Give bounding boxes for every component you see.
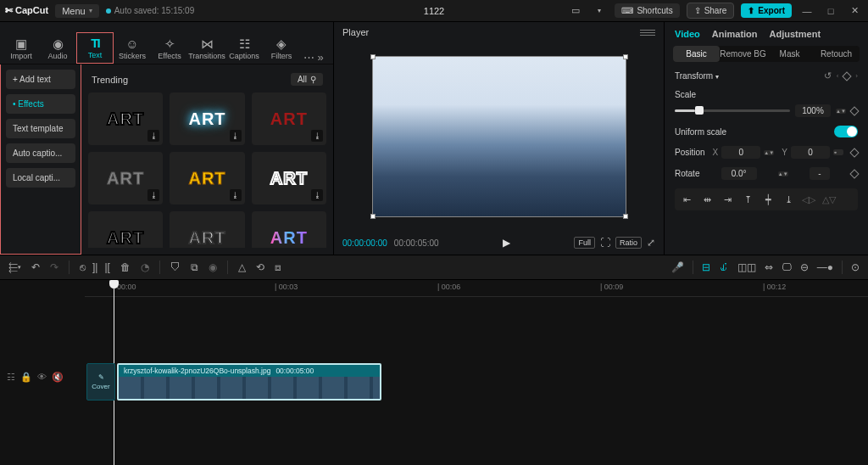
player-viewport[interactable]	[334, 42, 664, 231]
reset-transform-icon[interactable]: ↺	[824, 70, 832, 81]
subtab-retouch[interactable]: Retouch	[813, 46, 860, 62]
pos-y-input[interactable]: 0	[791, 146, 830, 159]
inspector-tab-animation[interactable]: Animation	[712, 29, 758, 39]
prev-keyframe-icon[interactable]: ‹	[837, 72, 839, 80]
effect-thumb[interactable]: ART	[252, 211, 326, 248]
magnet-on-icon[interactable]: ⊟	[702, 261, 710, 273]
subnav-local-captions[interactable]: Local capti...	[6, 168, 75, 188]
pos-x-input[interactable]: 0	[721, 146, 760, 159]
delete-icon[interactable]: 🗑	[120, 261, 131, 273]
zoom-out-icon[interactable]: ⊖	[800, 261, 809, 273]
subnav-auto-captions[interactable]: Auto captio...	[6, 143, 75, 163]
subtab-removebg[interactable]: Remove BG	[720, 46, 766, 62]
split-icon[interactable]: ⎋	[80, 261, 86, 273]
keyframe-icon[interactable]	[843, 71, 852, 81]
align-bottom-icon[interactable]: ⤓	[780, 192, 797, 207]
tab-text[interactable]: TI Text	[76, 32, 114, 64]
more-tabs-icon[interactable]: ⋯ »	[300, 51, 327, 64]
download-icon[interactable]: ⭳	[147, 130, 159, 142]
crop-icon[interactable]: ⧈	[275, 261, 281, 273]
align-left-icon[interactable]: ⇤	[678, 192, 695, 207]
effect-thumb[interactable]: ART⭳	[252, 92, 326, 145]
gallery-filter-all[interactable]: All ⚲	[291, 73, 323, 86]
tab-effects[interactable]: ✧ Effects	[151, 34, 188, 64]
subtab-basic[interactable]: Basic	[673, 46, 720, 62]
align-right-icon[interactable]: ⇥	[719, 192, 736, 207]
handle-bl[interactable]	[370, 214, 376, 219]
rotate-keyframe-icon[interactable]	[849, 169, 859, 178]
subnav-text-template[interactable]: Text template	[6, 119, 75, 138]
download-icon[interactable]: ⭳	[311, 189, 323, 201]
download-icon[interactable]: ⭳	[311, 130, 323, 142]
align-vcenter-icon[interactable]: ┿	[760, 192, 776, 207]
menu-button[interactable]: Menu ▾	[55, 4, 99, 18]
handle-tr[interactable]	[623, 54, 628, 59]
shield-icon[interactable]: ⛉	[170, 261, 181, 273]
align-clip-icon[interactable]: ⇔	[765, 261, 773, 273]
export-button[interactable]: ⬆ Export	[741, 3, 792, 18]
download-icon[interactable]: ⭳	[230, 130, 242, 142]
close-button[interactable]: ✕	[846, 3, 863, 20]
scale-keyframe-icon[interactable]	[849, 106, 859, 115]
mic-icon[interactable]: 🎤	[671, 261, 684, 273]
handle-tl[interactable]	[370, 54, 376, 59]
flip-v-icon[interactable]: △▽	[821, 192, 837, 207]
link-icon[interactable]: ◫◫	[737, 261, 756, 273]
effect-thumb[interactable]: ART	[88, 211, 163, 248]
flip-h-icon[interactable]: ◁▷	[800, 192, 817, 207]
split-left-icon[interactable]: ]|	[92, 261, 97, 273]
track-settings-icon[interactable]: ☷	[7, 372, 15, 383]
tab-import[interactable]: ▣ Import	[3, 34, 39, 64]
full-button[interactable]: Full	[574, 237, 595, 249]
ratio-button[interactable]: Ratio	[615, 237, 642, 249]
download-icon[interactable]: ⭳	[147, 189, 159, 201]
player-menu-icon[interactable]	[640, 30, 655, 36]
marker-icon[interactable]: ◔	[141, 261, 149, 273]
download-icon[interactable]: ⭳	[230, 189, 242, 201]
tab-transitions[interactable]: ⋈ Transitions	[188, 34, 225, 64]
handle-br[interactable]	[623, 214, 628, 219]
track-lock-icon[interactable]: 🔒	[20, 372, 32, 383]
play-button[interactable]: ▶	[503, 237, 510, 249]
expand-icon[interactable]: ⛶	[600, 237, 610, 249]
rotate-value[interactable]: 0.0°	[721, 167, 757, 180]
effect-thumb[interactable]: ART⭳	[170, 92, 244, 145]
subnav-add-text[interactable]: + Add text	[6, 70, 75, 89]
layout-icon[interactable]: ▭	[567, 3, 584, 20]
tab-filters[interactable]: ◈ Filters	[263, 34, 300, 64]
cover-button[interactable]: ✎ Cover	[86, 363, 115, 401]
rotate-stepper[interactable]: ▲▼	[778, 171, 788, 176]
record-icon[interactable]: ◉	[209, 261, 217, 273]
snap-icon[interactable]: ⫝̸	[719, 261, 729, 273]
mirror-icon[interactable]: △	[238, 261, 246, 273]
tab-captions[interactable]: ☷ Captions	[225, 34, 263, 64]
effect-thumb[interactable]: ART⭳	[252, 152, 326, 204]
next-keyframe-icon[interactable]: ›	[855, 72, 858, 80]
align-hcenter-icon[interactable]: ⇹	[698, 192, 715, 207]
inspector-tab-video[interactable]: Video	[675, 29, 700, 39]
timeline-ruler[interactable]: 00:00 | 00:03 | 00:06 | 00:09 | 00:12	[85, 280, 868, 297]
transform-header[interactable]: Transform ▾	[675, 71, 719, 81]
zoom-slider[interactable]: —●	[817, 261, 833, 273]
scale-slider[interactable]	[675, 109, 790, 112]
timeline-clip[interactable]: krzysztof-kowalik-2pnozU26QBo-unsplash.j…	[117, 363, 381, 401]
redo-icon[interactable]: ↷	[50, 261, 58, 273]
inspector-tab-adjustment[interactable]: Adjustment	[770, 29, 821, 39]
preview-icon[interactable]: 🖵	[782, 261, 792, 273]
shortcuts-button[interactable]: ⌨ Shortcuts	[615, 3, 679, 18]
effect-thumb[interactable]: ART⭳	[88, 152, 163, 204]
cut-icon[interactable]: ⧉	[191, 261, 198, 273]
pos-x-stepper[interactable]: ▲▼	[764, 150, 774, 155]
rotate-icon[interactable]: ⟲	[256, 261, 264, 273]
effect-thumb[interactable]: ART⭳	[88, 92, 163, 145]
effect-thumb[interactable]: ART	[170, 211, 244, 248]
rotate-unit[interactable]: -	[810, 167, 830, 180]
select-tool-icon[interactable]: ⬱ ▾	[8, 261, 21, 273]
undo-icon[interactable]: ↶	[31, 261, 40, 273]
split-right-icon[interactable]: |[	[104, 261, 109, 273]
scale-stepper[interactable]: ▲▼	[836, 109, 846, 114]
layout-chevron-icon[interactable]: ▾	[591, 3, 608, 20]
track-mute-icon[interactable]: 🔇	[52, 372, 64, 383]
fullscreen-icon[interactable]: ⤢	[647, 237, 655, 249]
tab-stickers[interactable]: ☺ Stickers	[114, 34, 151, 64]
